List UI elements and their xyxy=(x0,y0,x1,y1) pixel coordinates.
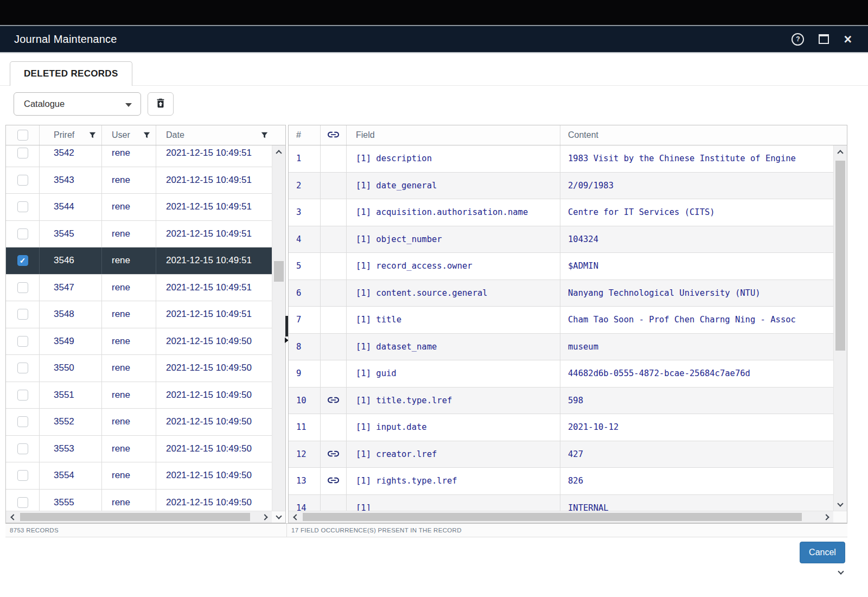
content-cell: 427 xyxy=(560,441,833,468)
field-row[interactable]: 13[1] rights.type.lref826 xyxy=(289,468,833,495)
row-checkbox[interactable] xyxy=(17,416,28,427)
column-header-date[interactable]: Date xyxy=(156,125,285,145)
left-vertical-scrollbar[interactable] xyxy=(272,145,285,511)
page-scroll-down-icon[interactable] xyxy=(834,566,847,579)
row-checkbox-cell xyxy=(6,194,40,220)
table-row[interactable]: 3552rene2021-12-15 10:49:50 xyxy=(6,409,272,436)
row-number-cell: 7 xyxy=(289,307,321,333)
row-checkbox[interactable] xyxy=(17,201,28,212)
row-checkbox[interactable] xyxy=(17,497,28,508)
table-row[interactable]: 3543rene2021-12-15 10:49:51 xyxy=(6,167,272,194)
row-checkbox[interactable] xyxy=(17,363,28,373)
cancel-button[interactable]: Cancel xyxy=(800,542,845,563)
row-checkbox[interactable] xyxy=(17,390,28,401)
window-titlebar: Journal Maintenance ? × xyxy=(0,25,868,53)
table-row[interactable]: 3550rene2021-12-15 10:49:50 xyxy=(6,355,272,382)
scrollbar-thumb[interactable] xyxy=(20,513,250,521)
priref-cell: 3542 xyxy=(40,145,102,167)
content-cell: Centre for IT Services (CITS) xyxy=(560,199,833,226)
select-all-checkbox[interactable] xyxy=(17,130,28,141)
row-checkbox[interactable] xyxy=(17,282,28,293)
date-cell: 2021-12-15 10:49:50 xyxy=(156,409,272,435)
table-row[interactable]: ✓3546rene2021-12-15 10:49:51 xyxy=(6,247,272,275)
field-row[interactable]: 8[1] dataset_namemuseum xyxy=(289,334,833,361)
table-row[interactable]: 3542rene2021-12-15 10:49:51 xyxy=(6,145,272,167)
row-checkbox[interactable] xyxy=(17,228,28,239)
row-checkbox[interactable] xyxy=(17,309,28,320)
row-checkbox[interactable] xyxy=(17,443,28,454)
row-checkbox-cell xyxy=(6,328,40,355)
link-icon xyxy=(328,476,339,486)
priref-cell: 3554 xyxy=(40,462,102,489)
table-row[interactable]: 3549rene2021-12-15 10:49:50 xyxy=(6,328,272,355)
scrollbar-up-icon[interactable] xyxy=(834,145,847,158)
field-row[interactable]: 12[1] creator.lref427 xyxy=(289,441,833,468)
priref-cell: 3547 xyxy=(40,275,102,301)
field-row[interactable]: 5[1] record_access.owner$ADMIN xyxy=(289,253,833,280)
field-row[interactable]: 2[1] date_general2/09/1983 xyxy=(289,173,833,200)
row-checkbox-cell xyxy=(6,355,40,382)
field-row[interactable]: 10[1] title.type.lref598 xyxy=(289,388,833,415)
row-checkbox[interactable] xyxy=(17,336,28,347)
field-cell: [1] acquisition.authorisation.name xyxy=(347,199,560,226)
filter-icon[interactable] xyxy=(143,132,150,139)
row-checkbox[interactable] xyxy=(17,148,28,158)
tab-deleted-records[interactable]: DELETED RECORDS xyxy=(10,61,132,86)
table-row[interactable]: 3548rene2021-12-15 10:49:51 xyxy=(6,301,272,328)
field-row[interactable]: 6[1] content.source.generalNanyang Techn… xyxy=(289,280,833,307)
date-cell: 2021-12-15 10:49:51 xyxy=(156,167,272,194)
scrollbar-left-icon[interactable] xyxy=(6,511,19,523)
left-horizontal-scrollbar[interactable] xyxy=(6,511,272,523)
filter-icon[interactable] xyxy=(89,132,96,139)
right-vertical-scrollbar[interactable] xyxy=(833,145,847,511)
filter-icon[interactable] xyxy=(261,132,268,139)
row-checkbox[interactable]: ✓ xyxy=(17,255,28,266)
link-cell xyxy=(321,280,347,307)
field-viewport: 1[1] description1983 Visit by the Chines… xyxy=(289,145,833,511)
field-row[interactable]: 7[1] titleCham Tao Soon - Prof Chen Char… xyxy=(289,307,833,334)
scrollbar-right-icon[interactable] xyxy=(259,511,272,523)
field-row[interactable]: 9[1] guid44682d6b-0555-4872-bcae-25684c7… xyxy=(289,360,833,388)
scrollbar-left-icon[interactable] xyxy=(289,511,302,523)
table-header: Priref User Date xyxy=(6,125,285,145)
row-checkbox[interactable] xyxy=(17,175,28,186)
scrollbar-up-icon[interactable] xyxy=(272,145,285,158)
table-row[interactable]: 3553rene2021-12-15 10:49:50 xyxy=(6,436,272,463)
table-row[interactable]: 3545rene2021-12-15 10:49:51 xyxy=(6,221,272,248)
field-row[interactable]: 11[1] input.date2021-10-12 xyxy=(289,414,833,441)
field-cell: [1] date_general xyxy=(347,173,560,199)
row-checkbox-cell: ✓ xyxy=(6,247,40,274)
scrollbar-down-icon[interactable] xyxy=(834,498,847,511)
column-header-priref[interactable]: Priref xyxy=(40,125,102,145)
row-checkbox-cell xyxy=(6,221,40,247)
scrollbar-thumb[interactable] xyxy=(303,513,802,521)
table-row[interactable]: 3547rene2021-12-15 10:49:51 xyxy=(6,275,272,302)
column-header-user[interactable]: User xyxy=(102,125,156,145)
dataset-select[interactable]: Catalogue xyxy=(14,92,141,116)
scrollbar-down-icon[interactable] xyxy=(272,511,285,523)
table-row[interactable]: 3551rene2021-12-15 10:49:50 xyxy=(6,382,272,409)
date-cell: 2021-12-15 10:49:51 xyxy=(156,301,272,328)
row-number-cell: 4 xyxy=(289,226,321,253)
help-icon[interactable]: ? xyxy=(792,33,804,46)
table-row[interactable]: 3554rene2021-12-15 10:49:50 xyxy=(6,462,272,490)
maximize-icon[interactable] xyxy=(819,34,829,44)
date-cell: 2021-12-15 10:49:51 xyxy=(156,145,272,167)
close-icon[interactable]: × xyxy=(844,34,852,45)
field-row[interactable]: 4[1] object_number104324 xyxy=(289,226,833,253)
row-checkbox[interactable] xyxy=(17,470,28,481)
field-row[interactable]: 14[1]INTERNAL xyxy=(289,495,833,511)
scrollbar-right-icon[interactable] xyxy=(820,511,833,523)
scrollbar-thumb[interactable] xyxy=(274,261,284,282)
field-row[interactable]: 3[1] acquisition.authorisation.nameCentr… xyxy=(289,199,833,226)
scrollbar-thumb[interactable] xyxy=(835,161,845,351)
field-row[interactable]: 1[1] description1983 Visit by the Chines… xyxy=(289,145,833,173)
restore-deleted-button[interactable] xyxy=(148,92,174,116)
table-row[interactable]: 3544rene2021-12-15 10:49:51 xyxy=(6,194,272,221)
user-cell: rene xyxy=(102,275,156,301)
right-horizontal-scrollbar[interactable] xyxy=(289,511,833,523)
table-row[interactable]: 3555rene2021-12-15 10:49:50 xyxy=(6,490,272,511)
row-checkbox-cell xyxy=(6,275,40,301)
content-cell: 2021-10-12 xyxy=(560,414,833,441)
row-checkbox-cell xyxy=(6,382,40,409)
